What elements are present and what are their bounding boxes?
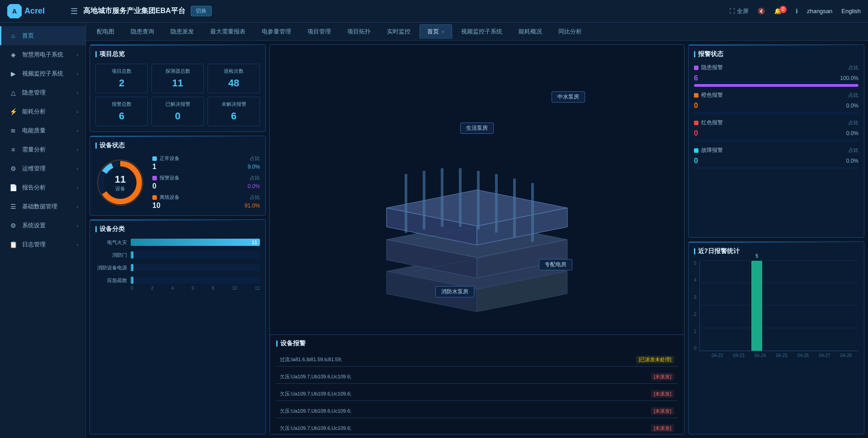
sidebar-label-8: 报告分析 [22,184,72,192]
tab-0[interactable]: 配电图 [90,25,122,38]
sidebar-item-6[interactable]: ≡ 需量分析 › [0,140,85,159]
tab-4[interactable]: 电参量管理 [255,25,298,38]
alarm-row-2: 红色报警 占比 0 0.0% [694,119,859,142]
legend-count-1: 0 [152,182,166,190]
x-label-6: 04-28 [837,353,855,358]
sidebar-label-4: 能耗分析 [22,108,72,116]
chart-bars: 5 [699,261,859,351]
y-label-1: 4 [694,278,697,283]
sidebar-item-8[interactable]: 📄 报告分析 › [0,178,85,197]
tab-close-8[interactable]: × [442,29,444,34]
alarm-list: 隐患报警 占比 6 100.0% 橙色报警 占比 0 0.0% [694,64,859,170]
tab-1[interactable]: 隐患查询 [123,25,161,38]
svg-rect-18 [495,174,498,233]
menu-icon[interactable]: ☰ [71,6,78,16]
alarm-header-3: 故障报警 占比 [694,146,859,154]
sidebar-item-2[interactable]: ▶ 视频监控子系统 › [0,64,85,83]
switch-button[interactable]: 切换 [191,6,212,16]
sidebar-item-10[interactable]: ⚙ 系统设置 › [0,216,85,235]
header-right: ⛶ 全屏 🔇 🔔 0 ℹ zhangsan English [729,7,861,15]
project-cell-label-4: 已解决报警 [156,101,200,108]
project-cell-0: 项目总数 2 [95,64,148,93]
project-cell-label-5: 未解决报警 [212,101,256,108]
tab-10[interactable]: 能耗概况 [511,25,549,38]
alarm-header-0: 隐患报警 占比 [694,64,859,71]
alarm-type-label-3: 故障报警 [701,146,723,154]
svg-rect-15 [441,168,443,227]
alarm-pct-val-3: 0.0% [846,158,859,164]
x-label-5: 04-27 [816,353,833,358]
sidebar-item-4[interactable]: ⚡ 能耗分析 › [0,102,85,121]
tab-6[interactable]: 项目拓扑 [340,25,378,38]
logo-icon: A [7,4,22,19]
sidebar-icon-5: ≋ [9,127,18,134]
sidebar-arrow-10: › [77,223,78,228]
bar-val-0: 11 [252,240,257,245]
label-text-2: 中水泵房 [552,91,585,103]
tab-2[interactable]: 隐患派发 [163,25,201,38]
sidebar-item-7[interactable]: ⚙ 运维管理 › [0,159,85,178]
label-text: 生活泵房 [460,122,494,134]
project-cell-2: 巡检次数 48 [208,64,260,93]
alarm-count-1: 0 [694,102,698,110]
chart-x-labels: 04-2204-2304-2404-2504-2604-2704-28 [694,351,859,358]
alert-row-1: 欠压:Ua109.7,Ub109.6,Uc109.6; [未派发] [276,370,678,384]
chart-bar-col-1 [726,261,744,351]
svg-rect-17 [477,171,480,230]
tab-5[interactable]: 项目管理 [300,25,338,38]
info-icon: ℹ [796,8,798,14]
legend-dot-2 [152,195,157,200]
tab-3[interactable]: 最大需量报表 [203,25,253,38]
bar-fill-0: 11 [131,239,260,246]
device-category-card: 设备分类 电气火灾 11 消防门 消防设备电源 应急疏散 [90,219,266,434]
bell-button[interactable]: 🔔 0 [774,8,787,14]
tab-11[interactable]: 同比分析 [551,25,589,38]
building-label-shenghuobengfang: 生活泵房 [460,122,494,134]
sidebar-icon-2: ▶ [9,70,18,77]
legend-pct-1: 0.0% [242,183,260,189]
info-button[interactable]: ℹ [796,8,798,14]
sidebar-label-10: 系统设置 [22,221,72,230]
language-selector[interactable]: English [841,8,861,14]
bar-row-3: 应急疏散 [95,277,260,284]
sidebar-icon-6: ≡ [9,146,18,153]
sidebar-item-9[interactable]: ☰ 基础数据管理 › [0,197,85,216]
legend-label-2: 离线设备 [160,194,179,201]
tab-8[interactable]: 首页× [420,24,452,39]
svg-rect-20 [531,183,534,242]
bar-axis: 0 2 4 6 8 10 11 [95,284,260,291]
chart-bar-col-4 [792,261,811,351]
alert-row-2: 欠压:Ua109.7,Ub109.6,Uc109.6; [未派发] [276,387,678,401]
building-label-zhuanpeidianfang: 专配电房 [539,259,572,270]
sidebar-arrow-8: › [77,185,78,190]
alarm-header-1: 橙色报警 占比 [694,91,859,99]
sidebar-item-5[interactable]: ≋ 电能质量 › [0,121,85,140]
fullscreen-icon: ⛶ [729,8,735,14]
donut-label: 11 设备 [115,173,126,192]
chart-7day-card: 近7日报警统计 543210 5 [688,241,864,435]
mute-icon: 🔇 [758,8,765,14]
sidebar-label-0: 首页 [22,32,78,40]
project-grid: 项目总数 2 探测器总数 11 巡检次数 48 报警总数 6 已解决报警 0 未… [95,64,260,126]
donut-total: 11 [115,173,126,185]
username-label: zhangsan [807,8,832,14]
grid-line [700,305,859,306]
sidebar-item-0[interactable]: ⌂ 首页 [0,26,85,45]
project-cell-value-2: 48 [212,77,256,89]
alert-row-4: 欠压:Ua109.7,Ub109.6,Uc109.6; [未派发] [276,422,678,434]
sidebar-item-3[interactable]: △ 隐患管理 › [0,83,85,102]
device-status-title: 设备状态 [95,141,260,150]
tab-7[interactable]: 实时监控 [380,25,418,38]
alert-desc-0: 过流:Ia81.6,Ib81.59,Ic81.59; [280,356,636,363]
sidebar-icon-11: 📋 [9,241,18,248]
sidebar-arrow-2: › [77,71,78,76]
sidebar-item-1[interactable]: ◈ 智慧用电子系统 › [0,45,85,64]
alarm-status-card: 报警状态 隐患报警 占比 6 100.0% 橙色报警 占比 0 [688,44,864,238]
sidebar-icon-4: ⚡ [9,108,18,115]
fullscreen-button[interactable]: ⛶ 全屏 [729,7,749,15]
bar-fill-2 [131,264,133,271]
sidebar-item-11[interactable]: 📋 日志管理 › [0,235,85,254]
mute-button[interactable]: 🔇 [758,8,765,14]
tab-9[interactable]: 视频监控子系统 [454,25,509,38]
y-label-0: 5 [694,261,697,266]
